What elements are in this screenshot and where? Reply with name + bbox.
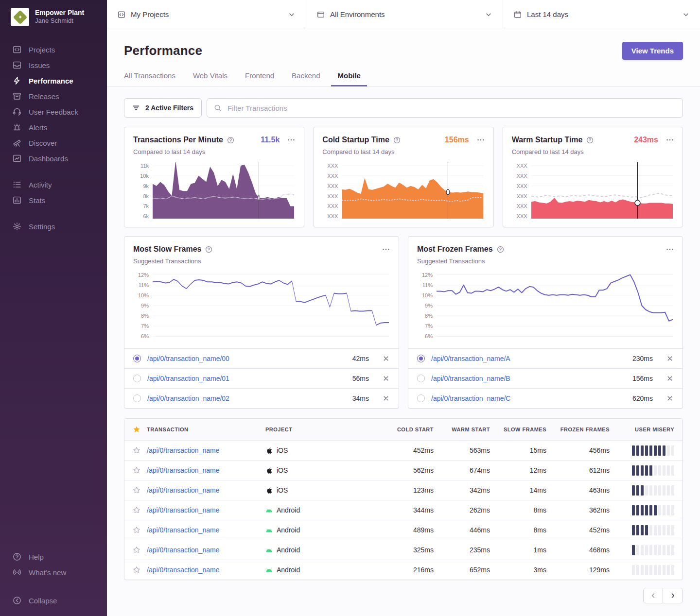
sidebar-item-performance[interactable]: Performance: [0, 73, 107, 88]
dismiss-button[interactable]: [666, 355, 674, 362]
favorite-star-button[interactable]: [133, 466, 140, 474]
sidebar-item-help[interactable]: Help: [0, 549, 107, 565]
tab-mobile[interactable]: Mobile: [331, 71, 367, 86]
sidebar-item-user-feedback[interactable]: User Feedback: [0, 104, 107, 120]
tab-backend[interactable]: Backend: [285, 71, 326, 86]
column-header-warm-start[interactable]: WARM START: [434, 427, 490, 432]
sidebar-item-issues[interactable]: Issues: [0, 57, 107, 73]
favorite-star-button[interactable]: [133, 486, 140, 494]
chart-plot[interactable]: [153, 270, 389, 342]
sidebar-item-discover[interactable]: Discover: [0, 135, 107, 151]
transaction-link[interactable]: /api/0/transaction_name/01: [147, 375, 229, 382]
radio-button[interactable]: [133, 394, 141, 402]
radio-button[interactable]: [133, 355, 141, 362]
help-icon[interactable]: [205, 246, 212, 253]
transaction-link[interactable]: /api/0/transaction_name: [147, 566, 219, 574]
list-item: /api/0/transaction_name/0156ms: [124, 368, 399, 388]
most-frozen-frames-chart[interactable]: 12%11%10%9%8%7%6%: [417, 270, 674, 342]
help-icon[interactable]: [393, 137, 401, 144]
cold-startup-time-chart[interactable]: XXXXXXXXXXXXXXXXXX: [322, 162, 484, 219]
column-header-project[interactable]: PROJECT: [265, 427, 377, 432]
help-icon[interactable]: [586, 137, 594, 144]
project-cell: Android: [265, 526, 377, 534]
help-icon[interactable]: [497, 246, 504, 253]
transaction-link[interactable]: /api/0/transaction_name: [147, 446, 219, 454]
transaction-link[interactable]: /api/0/transaction_name: [147, 466, 219, 474]
transaction-link[interactable]: /api/0/transaction_name: [147, 506, 219, 514]
frame-cards-row: Most Slow FramesSuggested Transactions12…: [124, 236, 683, 409]
favorite-star-button[interactable]: [133, 546, 140, 554]
sidebar-item-what-s-new[interactable]: What’s new: [0, 565, 107, 580]
list-item: /api/0/transaction_name/A230ms: [408, 348, 682, 368]
favorite-star-button[interactable]: [133, 506, 140, 514]
transaction-link[interactable]: /api/0/transaction_name: [147, 526, 219, 534]
sidebar-item-dashboards[interactable]: Dashboards: [0, 151, 107, 166]
platform-label: Android: [277, 546, 300, 554]
environment-filter-label: All Environments: [330, 10, 385, 18]
sidebar-item-projects[interactable]: Projects: [0, 42, 107, 57]
warm-startup-time-chart[interactable]: XXXXXXXXXXXXXXXXXX: [512, 162, 674, 219]
environment-filter-dropdown[interactable]: All Environments: [306, 0, 503, 29]
favorite-star-button[interactable]: [133, 526, 140, 534]
dismiss-button[interactable]: [382, 394, 390, 402]
sidebar-item-label: Activity: [29, 181, 52, 189]
overflow-menu-button[interactable]: [287, 135, 295, 145]
transaction-link[interactable]: /api/0/transaction_name/C: [431, 394, 510, 402]
chart-plot[interactable]: [437, 270, 673, 342]
dismiss-button[interactable]: [382, 375, 390, 382]
tab-all-transactions[interactable]: All Transactions: [118, 71, 182, 86]
misery-segment: [632, 445, 635, 456]
sidebar-item-releases[interactable]: Releases: [0, 88, 107, 104]
overflow-menu-button[interactable]: [666, 135, 674, 145]
android-icon: [265, 567, 273, 573]
column-header-frozen-frames[interactable]: FROZEN FRAMES: [546, 427, 610, 432]
transactions-per-minute-chart[interactable]: 11k10k9k8k7k6k: [133, 162, 295, 219]
sidebar-item-alerts[interactable]: Alerts: [0, 120, 107, 135]
column-header-slow-frames[interactable]: SLOW FRAMES: [490, 427, 546, 432]
column-header-user-misery[interactable]: USER MISERY: [610, 427, 682, 432]
tab-web-vitals[interactable]: Web Vitals: [187, 71, 234, 86]
metric-cell: 14ms: [490, 486, 546, 494]
sidebar-item-activity[interactable]: Activity: [0, 177, 107, 192]
active-filters-button[interactable]: 2 Active Filters: [124, 98, 202, 118]
sidebar-collapse-button[interactable]: Collapse: [0, 593, 107, 608]
radio-button[interactable]: [133, 375, 141, 382]
radio-button[interactable]: [417, 375, 425, 382]
transaction-link[interactable]: /api/0/transaction_name/02: [147, 394, 229, 402]
sidebar-item-settings[interactable]: Settings: [0, 219, 107, 234]
favorite-star-button[interactable]: [133, 566, 140, 574]
help-icon[interactable]: [227, 137, 234, 144]
org-switcher[interactable]: ✦ Empower Plant Jane Schmidt: [0, 0, 107, 26]
transaction-link[interactable]: /api/0/transaction_name/B: [431, 375, 510, 382]
most-slow-frames-chart[interactable]: 12%11%10%9%8%7%6%: [133, 270, 390, 342]
column-header-cold-start[interactable]: COLD START: [377, 427, 434, 432]
transaction-link[interactable]: /api/0/transaction_name/00: [147, 355, 229, 362]
column-header-transaction[interactable]: TRANSACTION: [147, 427, 265, 432]
overflow-menu-button[interactable]: [382, 244, 390, 254]
radio-button[interactable]: [417, 394, 425, 402]
dismiss-button[interactable]: [666, 394, 674, 402]
dismiss-button[interactable]: [666, 375, 674, 382]
transaction-link[interactable]: /api/0/transaction_name: [147, 486, 219, 494]
overflow-menu-button[interactable]: [666, 244, 674, 254]
favorite-star-button[interactable]: [133, 446, 140, 454]
metric-cell: 344ms: [377, 506, 434, 514]
page-header: Performance View Trends All Transactions…: [107, 29, 700, 86]
chart-plot[interactable]: [153, 162, 294, 219]
transaction-link[interactable]: /api/0/transaction_name/A: [431, 355, 510, 362]
chart-plot[interactable]: [531, 162, 673, 219]
view-trends-button[interactable]: View Trends: [622, 42, 683, 60]
tab-frontend[interactable]: Frontend: [239, 71, 280, 86]
dismiss-button[interactable]: [382, 355, 390, 362]
radio-button[interactable]: [417, 355, 425, 362]
next-page-button[interactable]: [663, 588, 682, 603]
search-input[interactable]: [227, 103, 676, 113]
project-filter-dropdown[interactable]: My Projects: [107, 0, 306, 29]
prev-page-button[interactable]: [644, 588, 663, 603]
date-range-dropdown[interactable]: Last 14 days: [503, 0, 700, 29]
misery-segment: [654, 565, 657, 575]
chart-plot[interactable]: [342, 162, 483, 219]
overflow-menu-button[interactable]: [477, 135, 485, 145]
transaction-link[interactable]: /api/0/transaction_name: [147, 546, 219, 554]
sidebar-item-stats[interactable]: Stats: [0, 192, 107, 208]
